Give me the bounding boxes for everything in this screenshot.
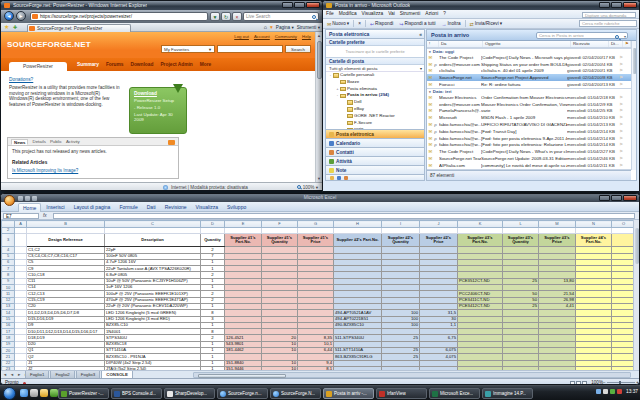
header-cell[interactable]: Description [105, 234, 201, 247]
volume-tray-icon[interactable] [603, 389, 608, 394]
browser-tab[interactable]: SourceForge.net: PowerResizer [27, 24, 131, 32]
minimize-button[interactable] [599, 195, 610, 201]
email-row[interactable]: ✉ SourceForge.netSourceForge.net Project… [427, 74, 631, 81]
cell[interactable]: 470uF @ 25V (Panasonic EEEFK1E471AP) [105, 297, 201, 303]
column-header-i[interactable]: I [382, 221, 420, 228]
header-cell[interactable]: Supplier #3's Part.No. [458, 234, 503, 247]
cell[interactable]: 22uF Tantalum case A (AVX TPSA226K020R) [105, 266, 201, 272]
excel-titlebar[interactable]: Microsoft Excel [1, 194, 639, 202]
scrollbar-thumb[interactable] [198, 374, 286, 378]
column-header-c[interactable]: C [105, 221, 201, 228]
sf-nav-forums[interactable]: Forums [106, 62, 124, 67]
group-expand-icon[interactable]: ▾ [429, 49, 431, 54]
taskbar-button-powerresizer[interactable]: PowerResizer -... [58, 388, 109, 399]
sf-link-account[interactable]: Account [254, 34, 270, 39]
header-cell[interactable]: Supplier #2's Part.No. [334, 234, 382, 247]
header-cell[interactable]: Supplier #4's Part.No. [576, 234, 612, 247]
nav-pane-header[interactable]: Posta elettronica« [326, 30, 424, 39]
collapse-pane-icon[interactable]: « [419, 30, 422, 39]
flag-icon[interactable]: ⚑ [617, 156, 625, 161]
email-row[interactable]: ✉ The Code Project[CodeProject] Daily Ne… [427, 54, 631, 61]
related-article-link[interactable]: Is Microsoft Improving Its Image? [12, 168, 78, 173]
column-header-n[interactable]: N [576, 221, 612, 228]
tools-menu[interactable]: Strumenti ▾ [297, 24, 320, 31]
menu-modifica[interactable]: Modifica [339, 11, 357, 16]
zoom-slider-thumb[interactable] [619, 381, 621, 385]
email-list-scrollbar[interactable] [631, 41, 636, 170]
email-row[interactable]: ✉ SourceForge.net TeamSourceForge.net Up… [427, 155, 631, 162]
column-header-b[interactable]: B [27, 221, 105, 228]
mail-mini-icon[interactable] [330, 176, 334, 180]
close-button[interactable] [623, 195, 637, 201]
header-cell[interactable]: Design Reference [27, 234, 105, 247]
rss-icon[interactable] [168, 140, 175, 145]
minimize-button[interactable] [599, 2, 610, 8]
menu-item[interactable]: ? [443, 11, 446, 16]
header-cell[interactable]: Supplier #2's Quantity [382, 234, 420, 247]
ribbon-tab-dati[interactable]: Dati [143, 203, 160, 212]
ribbon-tab-home[interactable]: Home [18, 203, 41, 212]
folder-dell[interactable]: Dell [326, 99, 424, 106]
outlook-window[interactable]: Posta in arrivo - Microsoft Outlook File… [322, 0, 640, 192]
group-expand-icon[interactable]: ▾ [429, 89, 431, 94]
address-book-search-input[interactable]: Cerca nelle rubriche [579, 20, 637, 27]
feeds-icon[interactable]: ▾ [270, 24, 273, 31]
select-all-corner[interactable] [2, 221, 15, 228]
formula-input[interactable] [53, 213, 635, 219]
ie-quicklaunch-icon[interactable] [20, 389, 28, 397]
back-button[interactable]: ◄ [4, 11, 14, 21]
header-cell[interactable]: Supplier #1's Price [298, 234, 334, 247]
header-cell[interactable]: Quantity [201, 234, 225, 247]
column-importance-icon[interactable]: ! [427, 41, 439, 47]
ribbon-tab-visualizza[interactable]: Visualizza [192, 203, 222, 212]
nav-button-contatti[interactable]: Contatti [326, 147, 424, 156]
column-header-j[interactable]: J [420, 221, 458, 228]
cell[interactable]: 22uF @ 20V (Panasonic ECEV1DA220WP) [105, 303, 201, 309]
menu-file[interactable]: File [326, 11, 334, 16]
sf-link-community[interactable]: Community [275, 34, 297, 39]
quicklaunch-icon[interactable] [50, 389, 58, 397]
excel-vertical-scrollbar[interactable] [633, 220, 639, 370]
email-row[interactable]: ✉ clicItaliaclicItalia n. 40 del 01 apri… [427, 68, 631, 75]
page-scrollbar[interactable]: ▲ ▼ [315, 32, 322, 182]
taskbar-button-sourceforge-n[interactable]: SourceForge.n... [217, 388, 268, 399]
scrollbar-thumb[interactable] [635, 228, 640, 264]
zoom-slider[interactable]: − + [607, 382, 635, 383]
sf-nav-download[interactable]: Download [130, 62, 153, 67]
history-dropdown-icon[interactable]: ▼ [210, 12, 220, 21]
column-header-g[interactable]: G [298, 221, 334, 228]
email-row[interactable]: ✉℘fabio.farnocchia@w...[Fwd: foto per po… [427, 135, 631, 142]
news-tab-details[interactable]: Details [32, 139, 45, 145]
spreadsheet-table[interactable]: ABCDEFGHIJKLMNO23Design ReferenceDescrip… [1, 220, 635, 370]
taskbar-button-immagine-14-p[interactable]: Immagine 14.P... [482, 388, 533, 399]
menu-visualizza[interactable]: Visualizza [362, 11, 384, 16]
folder-posta-eliminata[interactable]: +Posta eliminata [326, 86, 424, 93]
email-row[interactable]: ✉ orders@mouser.comMouser Electronics Or… [427, 101, 631, 108]
browser-zoom-level[interactable]: 100% ▾ [297, 185, 318, 190]
nav-button-posta-elettronica[interactable]: Posta elettronica [326, 129, 424, 138]
ribbon-tab-layout-di-pagina[interactable]: Layout di pagina [70, 203, 115, 212]
search-icon[interactable] [312, 15, 316, 19]
page-menu[interactable]: Pagina ▾ [276, 24, 294, 31]
stop-icon[interactable]: × [232, 12, 242, 21]
column-header-l[interactable]: L [503, 221, 539, 228]
maximize-button[interactable] [611, 195, 622, 201]
forward-button[interactable]: →Inoltra [440, 20, 463, 28]
column-header-a[interactable]: A [15, 221, 27, 228]
column-header-o[interactable]: O [612, 221, 636, 228]
nav-button-note[interactable]: Note [326, 165, 424, 174]
flag-icon[interactable]: ⚑ [617, 115, 625, 120]
sf-nav-more[interactable]: More [200, 62, 211, 67]
menu-vai[interactable]: Vai [388, 11, 395, 16]
flag-icon[interactable]: ⚑ [617, 163, 625, 168]
row-header[interactable]: 3 [2, 234, 15, 247]
header-cell[interactable]: Supplier #3's Price [539, 234, 576, 247]
flag-icon[interactable]: ⚑ [617, 136, 625, 141]
header-cell[interactable]: Supplier #3's Quantity [503, 234, 539, 247]
taskbar-button-microsoft-exce[interactable]: Microsoft Exce... [429, 388, 480, 399]
flag-icon[interactable]: ⚑ [617, 149, 625, 154]
download-box[interactable]: Download PowerResizer Setup - Release 1.… [129, 87, 187, 134]
forward-button[interactable]: ► [16, 11, 26, 21]
reply-button[interactable]: ↩Rispondi [368, 20, 395, 28]
news-tab-news[interactable]: News [11, 139, 28, 145]
